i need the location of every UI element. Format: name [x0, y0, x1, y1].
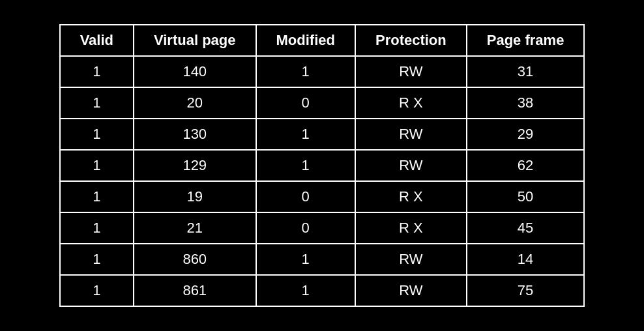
cell-virtual_page-4: 19	[134, 181, 256, 212]
cell-page_frame-3: 62	[467, 150, 585, 181]
table-container: Valid Virtual page Modified Protection P…	[0, 0, 644, 331]
table-row: 18601RW14	[60, 244, 585, 275]
cell-protection-6: RW	[355, 244, 467, 275]
cell-modified-4: 0	[256, 181, 355, 212]
cell-page_frame-0: 31	[467, 56, 585, 87]
cell-valid-3: 1	[60, 150, 134, 181]
cell-virtual_page-6: 860	[134, 244, 256, 275]
table-row: 1200R X38	[60, 87, 585, 119]
cell-valid-7: 1	[60, 275, 134, 306]
cell-modified-6: 1	[256, 244, 355, 275]
cell-virtual_page-1: 20	[134, 87, 256, 119]
cell-page_frame-2: 29	[467, 119, 585, 150]
table-row: 1210R X45	[60, 212, 585, 244]
cell-valid-2: 1	[60, 119, 134, 150]
cell-virtual_page-5: 21	[134, 212, 256, 244]
header-page-frame: Page frame	[467, 25, 585, 56]
cell-modified-1: 0	[256, 87, 355, 119]
cell-protection-0: RW	[355, 56, 467, 87]
cell-page_frame-7: 75	[467, 275, 585, 306]
cell-protection-7: RW	[355, 275, 467, 306]
cell-protection-2: RW	[355, 119, 467, 150]
table-header-row: Valid Virtual page Modified Protection P…	[60, 25, 585, 56]
cell-modified-7: 1	[256, 275, 355, 306]
cell-valid-6: 1	[60, 244, 134, 275]
cell-protection-5: R X	[355, 212, 467, 244]
header-protection: Protection	[355, 25, 467, 56]
cell-page_frame-4: 50	[467, 181, 585, 212]
cell-modified-5: 0	[256, 212, 355, 244]
cell-protection-4: R X	[355, 181, 467, 212]
table-row: 11301RW29	[60, 119, 585, 150]
header-valid: Valid	[60, 25, 134, 56]
cell-valid-1: 1	[60, 87, 134, 119]
table-row: 11401RW31	[60, 56, 585, 87]
cell-protection-1: R X	[355, 87, 467, 119]
cell-virtual_page-7: 861	[134, 275, 256, 306]
cell-modified-3: 1	[256, 150, 355, 181]
table-row: 11291RW62	[60, 150, 585, 181]
cell-modified-0: 1	[256, 56, 355, 87]
header-modified: Modified	[256, 25, 355, 56]
table-row: 18611RW75	[60, 275, 585, 306]
cell-valid-5: 1	[60, 212, 134, 244]
cell-page_frame-5: 45	[467, 212, 585, 244]
table-row: 1190R X50	[60, 181, 585, 212]
cell-valid-0: 1	[60, 56, 134, 87]
cell-protection-3: RW	[355, 150, 467, 181]
cell-virtual_page-0: 140	[134, 56, 256, 87]
header-virtual-page: Virtual page	[134, 25, 256, 56]
cell-virtual_page-3: 129	[134, 150, 256, 181]
cell-valid-4: 1	[60, 181, 134, 212]
cell-modified-2: 1	[256, 119, 355, 150]
cell-page_frame-1: 38	[467, 87, 585, 119]
page-table: Valid Virtual page Modified Protection P…	[59, 24, 585, 307]
cell-page_frame-6: 14	[467, 244, 585, 275]
cell-virtual_page-2: 130	[134, 119, 256, 150]
